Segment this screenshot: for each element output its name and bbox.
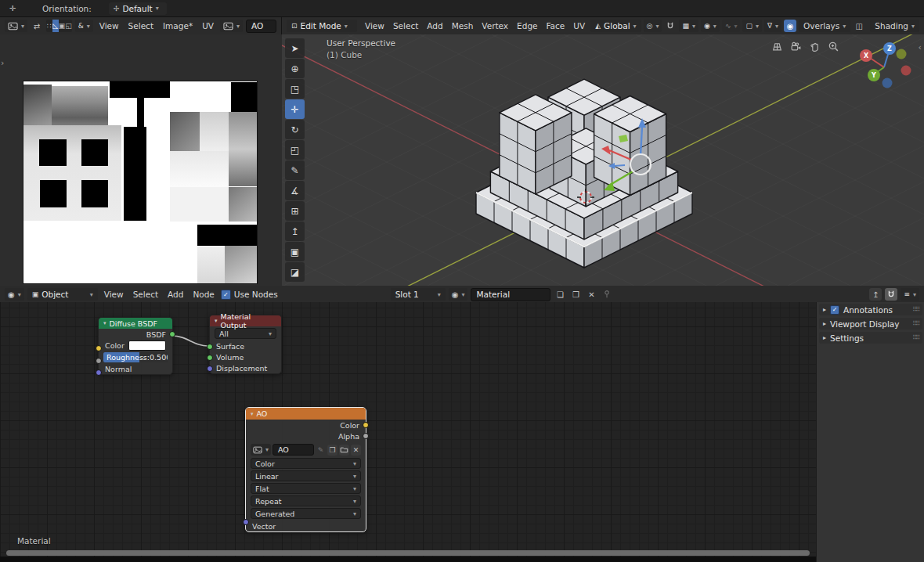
v3d-menu-vertex[interactable]: Vertex	[478, 20, 511, 31]
fake-user-button[interactable]: ✎	[316, 445, 326, 456]
v3d-menu-edge[interactable]: Edge	[514, 20, 540, 31]
node-menu-view[interactable]: View	[101, 289, 127, 300]
interpolation-dropdown[interactable]: Linear ▾	[251, 470, 361, 481]
panel-viewport-display[interactable]: ▸ Viewport Display ⠿⠿	[819, 318, 922, 330]
roughness-slider[interactable]: Roughness: 0.500	[103, 352, 168, 362]
shader-type-dropdown[interactable]: ▣ Object ▾	[27, 288, 98, 301]
axis-neg-z-ball[interactable]	[882, 78, 893, 88]
uv-face-mode-button[interactable]: ▣	[59, 20, 66, 32]
snap-toggle[interactable]	[664, 20, 677, 32]
uv-vertex-mode-button[interactable]: ∷	[46, 20, 52, 32]
source-dropdown[interactable]: Generated ▾	[251, 508, 361, 519]
rotate-tool[interactable]: ↻	[285, 120, 305, 139]
proportional-falloff-dropdown[interactable]: ∿ ▾	[722, 20, 741, 32]
measure-tool[interactable]: ∡	[285, 181, 305, 200]
color-swatch[interactable]	[128, 340, 166, 351]
transform-orientation-dropdown[interactable]: ◭ Global ▾	[590, 20, 641, 32]
perspective-toggle-icon[interactable]	[771, 41, 783, 52]
output-target-dropdown[interactable]: All ▾	[215, 328, 276, 339]
object-visibility-dropdown[interactable]: ▢ ▾	[742, 20, 762, 32]
xray-toggle[interactable]: ◫	[853, 20, 865, 32]
shading-dropdown[interactable]: Shading ▾	[870, 20, 919, 32]
node-snap-toggle[interactable]	[885, 288, 897, 301]
drag-grip-icon[interactable]: ⠿⠿	[912, 306, 919, 313]
node-header[interactable]: ▾ AO	[246, 408, 366, 420]
add-cube-tool[interactable]: ⊞	[285, 201, 305, 221]
annotations-checkbox[interactable]: ✓	[830, 305, 839, 315]
inset-faces-tool[interactable]: ▣	[285, 242, 305, 261]
bsdf-output-socket[interactable]	[169, 331, 175, 337]
proportional-edit-dropdown[interactable]: ◉ ▾	[701, 20, 720, 32]
overlays-dropdown[interactable]: Overlays ▾	[799, 20, 850, 32]
node-menu-node[interactable]: Node	[189, 289, 217, 300]
image-browse-dropdown[interactable]: ▾	[251, 444, 271, 456]
filter-dropdown[interactable]: ∇ ▾	[764, 20, 781, 32]
pivot-point-dropdown[interactable]: ◎ ▾	[644, 20, 662, 32]
collapse-icon[interactable]: ▾	[215, 318, 218, 324]
roughness-input-socket[interactable]	[96, 358, 102, 364]
use-nodes-checkbox[interactable]: ✓	[221, 290, 231, 300]
annotate-tool[interactable]: ✎	[285, 160, 305, 180]
nav-gizmo[interactable]: Z X Y	[860, 42, 911, 88]
node-canvas[interactable]: ▾ Diffuse BSDF BSDF Color Roughness: 0.5…	[0, 302, 816, 562]
v3d-menu-select[interactable]: Select	[390, 20, 421, 31]
drag-grip-icon[interactable]: ⠿⠿	[912, 320, 919, 327]
transform-tool[interactable]: ◳	[285, 79, 305, 99]
expand-arrow-icon[interactable]: ▸	[823, 334, 826, 341]
camera-view-icon[interactable]	[790, 41, 802, 52]
unlink-material-button[interactable]: ✕	[585, 288, 597, 301]
sidebar-collapse-icon[interactable]: ‹	[919, 42, 922, 52]
drag-grip-icon[interactable]: ⠿⠿	[912, 334, 919, 341]
orientation-dropdown[interactable]: ✢ Default ▾	[109, 2, 167, 15]
cube-model[interactable]	[476, 79, 692, 268]
expand-arrow-icon[interactable]: ▸	[823, 320, 826, 327]
displacement-input-socket[interactable]	[207, 366, 213, 372]
pin-button[interactable]	[601, 288, 613, 301]
uv-edge-mode-button[interactable]: ◺	[52, 20, 59, 32]
uv-island-mode-button[interactable]: ◱	[65, 20, 72, 32]
collapse-icon[interactable]: ▾	[251, 411, 254, 417]
surface-input-socket[interactable]	[207, 344, 213, 350]
image-name-field[interactable]: AO	[273, 444, 314, 456]
viewport-canvas[interactable]: Z X Y User Perspective (1) Cube ➤ ⊕ ◳ ✛ …	[282, 34, 924, 286]
bevel-tool[interactable]: ◪	[285, 262, 305, 282]
image-browse-dropdown[interactable]: ▾	[220, 20, 243, 32]
node-header[interactable]: ▾ Diffuse BSDF	[99, 318, 172, 329]
unlink-image-button[interactable]: ✕	[351, 445, 361, 456]
mode-dropdown[interactable]: ⊡ Edit Mode ▾	[287, 20, 357, 32]
expand-arrow-icon[interactable]: ▸	[823, 306, 826, 313]
node-material-output[interactable]: ▾ Material Output All ▾ Surface Volume D…	[209, 315, 282, 374]
node-header[interactable]: ▾ Material Output	[210, 315, 281, 326]
pan-hand-icon[interactable]	[809, 41, 821, 52]
color-space-dropdown[interactable]: Color ▾	[251, 458, 361, 469]
show-gizmo-toggle[interactable]: ◉	[784, 20, 796, 32]
collapse-icon[interactable]: ▾	[103, 320, 106, 326]
select-box-tool[interactable]: ➤	[285, 38, 305, 58]
extension-dropdown[interactable]: Repeat ▾	[251, 495, 361, 506]
uv-sync-selection-toggle[interactable]: ⇄	[31, 20, 43, 32]
uv-menu-select[interactable]: Select	[125, 20, 157, 31]
material-browse-dropdown[interactable]: ◉ ▾	[449, 288, 468, 301]
normal-input-socket[interactable]	[96, 369, 102, 376]
open-image-button[interactable]	[339, 445, 349, 456]
node-ao-image-texture[interactable]: ▾ AO Color Alpha ▾ AO	[245, 407, 366, 532]
color-output-socket[interactable]	[363, 422, 369, 428]
horizontal-scrollbar[interactable]	[6, 550, 810, 556]
uv-menu-view[interactable]: View	[96, 20, 122, 31]
v3d-menu-uv[interactable]: UV	[570, 20, 588, 31]
uv-canvas[interactable]: ›	[0, 34, 282, 286]
uv-menu-uv[interactable]: UV	[199, 20, 217, 31]
panel-settings[interactable]: ▸ Settings ⠿⠿	[819, 332, 922, 344]
extrude-region-tool[interactable]: ↥	[285, 222, 305, 241]
go-to-parent-button[interactable]: ↥	[869, 288, 882, 301]
projection-dropdown[interactable]: Flat ▾	[251, 483, 361, 494]
node-menu-add[interactable]: Add	[164, 289, 186, 300]
uv-toolbar-collapse-icon[interactable]: ›	[1, 58, 4, 68]
alpha-output-socket[interactable]	[363, 433, 369, 439]
image-name-field[interactable]: AO	[246, 20, 276, 33]
v3d-menu-mesh[interactable]: Mesh	[449, 20, 477, 31]
editor-type-dropdown[interactable]: ◉ ▾	[5, 288, 24, 301]
axis-neg-x-ball[interactable]	[901, 66, 911, 76]
vector-input-socket[interactable]	[243, 519, 249, 525]
new-material-button[interactable]: ❐	[569, 288, 582, 301]
